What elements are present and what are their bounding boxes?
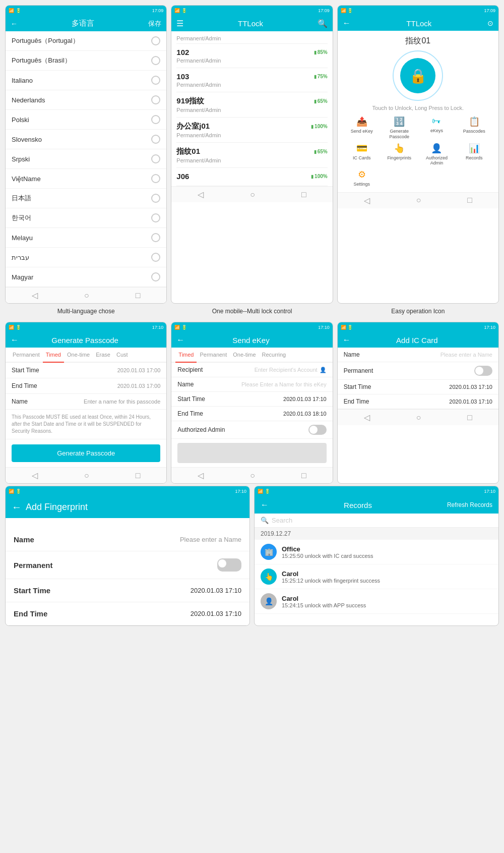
home-nav-icon[interactable]: ○ <box>84 471 89 480</box>
fp-end-value[interactable]: 2020.01.03 17:10 <box>191 610 241 617</box>
home-nav-icon[interactable]: ○ <box>250 471 255 480</box>
radio-button[interactable] <box>151 174 160 183</box>
recent-nav-icon[interactable]: □ <box>136 291 141 300</box>
back-arrow-ic[interactable]: ← <box>343 335 351 345</box>
home-nav-icon[interactable]: ○ <box>416 413 421 422</box>
fp-permanent-toggle[interactable] <box>217 558 241 572</box>
generate-passcode-button[interactable]: Generate Passcode <box>12 444 160 462</box>
send-ekey-button[interactable]: 📤 Send eKey <box>345 116 379 140</box>
ekey-end-value[interactable]: 2020.01.03 18:10 <box>283 411 327 417</box>
radio-button[interactable] <box>151 253 160 262</box>
back-arrow-passcode[interactable]: ← <box>11 335 19 345</box>
recent-nav-icon[interactable]: □ <box>467 196 472 205</box>
ic-start-value[interactable]: 2020.01.03 17:10 <box>449 384 492 390</box>
lock-item-j06[interactable]: J06 100% <box>176 168 327 186</box>
back-nav-icon[interactable]: ◁ <box>32 471 38 480</box>
tab-onetime[interactable]: One-time <box>64 348 93 363</box>
ic-end-value[interactable]: 2020.01.03 17:10 <box>449 399 492 405</box>
list-item[interactable]: Português（Portugal） <box>6 31 166 51</box>
list-item[interactable]: ViệtName <box>6 169 166 189</box>
lock-item-fp01[interactable]: 指纹01 65% Permanent/Admin <box>176 143 327 168</box>
generate-passcode-button[interactable]: 🔢 Generate Passcode <box>382 116 416 140</box>
list-item[interactable]: Magyar <box>6 267 166 287</box>
back-nav-icon[interactable]: ◁ <box>198 471 204 480</box>
recipient-input[interactable]: Enter Recipient's Account 👤 <box>255 367 327 373</box>
radio-button[interactable] <box>151 76 160 85</box>
lock-icon[interactable]: 🔒 <box>400 58 435 93</box>
end-time-value[interactable]: 2020.01.03 17:00 <box>117 383 161 389</box>
tab-onetime-ekey[interactable]: One-time <box>230 348 259 363</box>
list-item[interactable]: 日本語 <box>6 189 166 208</box>
radio-button[interactable] <box>151 233 160 242</box>
save-button[interactable]: 保存 <box>148 19 161 28</box>
back-arrow-fp[interactable]: ← <box>12 501 22 513</box>
radio-button[interactable] <box>151 272 160 281</box>
records-search-bar[interactable]: 🔍 Search <box>255 514 498 528</box>
tab-erase[interactable]: Erase <box>93 348 113 363</box>
list-item[interactable]: Português（Brasil） <box>6 51 166 71</box>
list-item[interactable]: עברית <box>6 248 166 267</box>
lock-item-919[interactable]: 919指纹 65% Permanent/Admin <box>176 92 327 118</box>
radio-button[interactable] <box>151 36 160 45</box>
back-arrow-records[interactable]: ← <box>261 500 269 509</box>
back-arrow-lang[interactable]: ← <box>11 20 18 28</box>
ekey-start-value[interactable]: 2020.01.03 17:10 <box>283 396 327 402</box>
records-button[interactable]: 📊 Records <box>457 143 491 166</box>
back-arrow-ekey[interactable]: ← <box>176 335 184 345</box>
ekeys-button[interactable]: 🗝 eKeys <box>419 116 454 140</box>
radio-button[interactable] <box>151 213 160 222</box>
home-nav-icon[interactable]: ○ <box>416 196 421 205</box>
lock-icon-area[interactable]: 🔒 <box>393 50 443 101</box>
fp-name-placeholder[interactable]: Please enter a Name <box>180 536 241 543</box>
start-time-value[interactable]: 2020.01.03 17:00 <box>117 367 161 373</box>
list-item[interactable]: Slovensko <box>6 130 166 149</box>
list-item[interactable]: Nederlands <box>6 90 166 110</box>
recent-nav-icon[interactable]: □ <box>467 413 472 422</box>
tab-cust[interactable]: Cust <box>113 348 131 363</box>
back-nav-icon[interactable]: ◁ <box>198 190 204 199</box>
fingerprints-button[interactable]: 👆 Fingerprints <box>382 143 416 166</box>
settings-icon[interactable]: ⊙ <box>487 19 493 27</box>
back-nav-icon[interactable]: ◁ <box>364 196 370 205</box>
tab-timed[interactable]: Timed <box>43 348 64 363</box>
radio-button[interactable] <box>151 135 160 144</box>
authorized-admin-button[interactable]: 👤 Authorized Admin <box>419 143 454 166</box>
ic-permanent-toggle[interactable] <box>474 366 492 376</box>
passcodes-button[interactable]: 📋 Passcodes <box>457 116 491 140</box>
radio-button[interactable] <box>151 115 160 124</box>
lock-item-102[interactable]: 102 85% Permanent/Admin <box>176 44 327 68</box>
ic-cards-button[interactable]: 💳 IC Cards <box>345 143 379 166</box>
recent-nav-icon[interactable]: □ <box>301 190 306 199</box>
ic-name-placeholder[interactable]: Please enter a Name <box>440 352 492 358</box>
back-nav-icon[interactable]: ◁ <box>32 291 38 300</box>
settings-button[interactable]: ⚙ Settings <box>345 169 379 187</box>
home-nav-icon[interactable]: ○ <box>84 291 89 300</box>
recent-nav-icon[interactable]: □ <box>301 471 306 480</box>
menu-icon[interactable]: ☰ <box>176 19 183 28</box>
lock-item-office[interactable]: 办公室j01 100% Permanent/Admin <box>176 118 327 143</box>
radio-button[interactable] <box>151 154 160 163</box>
back-nav-icon[interactable]: ◁ <box>364 413 370 422</box>
fp-start-value[interactable]: 2020.01.03 17:10 <box>191 587 241 594</box>
refresh-records-button[interactable]: Refresh Records <box>447 501 492 508</box>
lock-item-103[interactable]: 103 75% Permanent/Admin <box>176 68 327 92</box>
list-item[interactable]: Melayu <box>6 228 166 248</box>
radio-button[interactable] <box>151 56 160 65</box>
tab-timed-ekey[interactable]: Timed <box>175 348 197 363</box>
recent-nav-icon[interactable]: □ <box>136 471 141 480</box>
tab-permanent[interactable]: Permanent <box>10 348 43 363</box>
back-arrow-ttlock[interactable]: ← <box>343 19 351 28</box>
tab-recurring-ekey[interactable]: Recurring <box>259 348 289 363</box>
authorized-admin-toggle[interactable] <box>308 425 327 435</box>
home-nav-icon[interactable]: ○ <box>250 190 255 199</box>
search-icon[interactable]: 🔍 <box>318 19 328 28</box>
tab-permanent-ekey[interactable]: Permanent <box>197 348 230 363</box>
list-item[interactable]: Italiano <box>6 71 166 90</box>
ekey-name-value[interactable]: Please Enter a Name for this eKey <box>241 381 327 387</box>
radio-button[interactable] <box>151 95 160 104</box>
list-item[interactable]: 한국어 <box>6 208 166 228</box>
radio-button[interactable] <box>151 194 160 203</box>
list-item[interactable]: Srpski <box>6 149 166 169</box>
name-value[interactable]: Enter a name for this passcode <box>84 399 160 405</box>
list-item[interactable]: Polski <box>6 110 166 130</box>
